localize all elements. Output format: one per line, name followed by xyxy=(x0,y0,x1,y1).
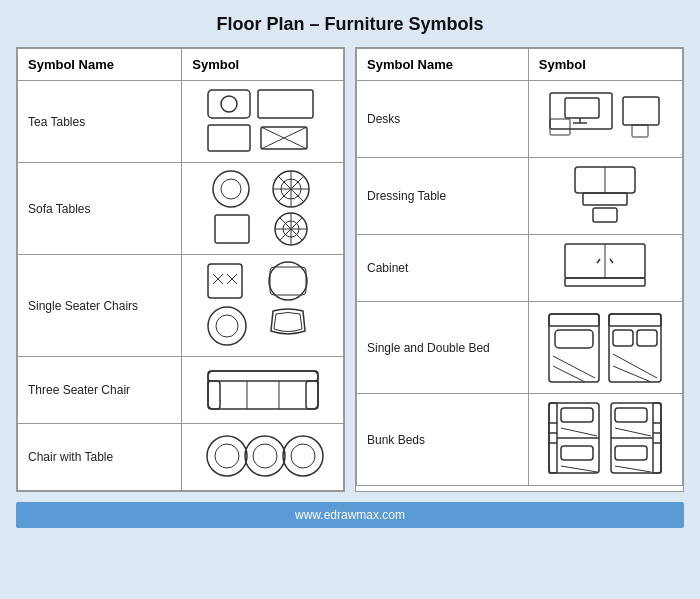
svg-point-7 xyxy=(213,171,249,207)
row-name: Bunk Beds xyxy=(357,394,529,486)
left-table: Symbol Name Symbol Tea Tables xyxy=(16,47,345,492)
svg-rect-87 xyxy=(615,446,647,460)
svg-point-30 xyxy=(216,315,238,337)
table-row: Single Seater Chairs xyxy=(18,255,344,357)
left-header-symbol: Symbol xyxy=(182,49,344,81)
row-name: Sofa Tables xyxy=(18,163,182,255)
symbol-cell xyxy=(528,394,682,486)
svg-rect-53 xyxy=(593,208,617,222)
symbol-cell xyxy=(182,255,344,357)
svg-rect-3 xyxy=(208,125,250,151)
symbol-cell xyxy=(528,81,682,158)
svg-rect-2 xyxy=(258,90,313,118)
table-row: Three Seater Chair xyxy=(18,357,344,424)
svg-line-79 xyxy=(561,466,597,472)
table-row: Dressing Table xyxy=(357,158,683,235)
row-name: Desks xyxy=(357,81,529,158)
symbol-cell xyxy=(182,357,344,424)
svg-point-1 xyxy=(221,96,237,112)
tables-container: Symbol Name Symbol Tea Tables xyxy=(16,47,684,492)
svg-rect-44 xyxy=(550,119,570,135)
page-title: Floor Plan – Furniture Symbols xyxy=(216,14,483,35)
svg-rect-49 xyxy=(632,125,648,137)
left-header-name: Symbol Name xyxy=(18,49,182,81)
svg-point-41 xyxy=(283,436,323,476)
table-row: Single and Double Bed xyxy=(357,302,683,394)
svg-rect-45 xyxy=(565,98,599,118)
row-name: Cabinet xyxy=(357,235,529,302)
svg-rect-77 xyxy=(561,446,593,460)
svg-rect-60 xyxy=(549,314,599,326)
svg-rect-48 xyxy=(623,97,659,125)
svg-rect-67 xyxy=(637,330,657,346)
svg-line-89 xyxy=(615,466,651,472)
svg-line-56 xyxy=(597,259,600,263)
svg-point-42 xyxy=(291,444,315,468)
svg-rect-28 xyxy=(270,267,306,295)
table-row: Tea Tables xyxy=(18,81,344,163)
table-row: Bunk Beds xyxy=(357,394,683,486)
right-header-symbol: Symbol xyxy=(528,49,682,81)
svg-rect-61 xyxy=(555,330,593,348)
svg-rect-86 xyxy=(615,408,647,422)
row-name: Single and Double Bed xyxy=(357,302,529,394)
svg-rect-64 xyxy=(609,314,661,382)
svg-line-63 xyxy=(553,366,585,382)
svg-point-37 xyxy=(207,436,247,476)
svg-rect-52 xyxy=(583,193,627,205)
svg-rect-22 xyxy=(208,264,242,298)
svg-rect-31 xyxy=(208,371,318,409)
symbol-cell xyxy=(528,158,682,235)
svg-rect-58 xyxy=(565,278,645,286)
row-name: Dressing Table xyxy=(357,158,529,235)
svg-rect-81 xyxy=(653,403,661,473)
svg-line-69 xyxy=(613,366,651,382)
svg-line-68 xyxy=(613,354,657,378)
svg-rect-66 xyxy=(613,330,633,346)
svg-rect-71 xyxy=(549,403,557,473)
table-row: Cabinet xyxy=(357,235,683,302)
svg-point-27 xyxy=(269,262,307,300)
svg-rect-32 xyxy=(208,371,318,381)
row-name: Chair with Table xyxy=(18,424,182,491)
svg-point-8 xyxy=(221,179,241,199)
footer: www.edrawmax.com xyxy=(16,502,684,528)
table-row: Desks xyxy=(357,81,683,158)
svg-rect-34 xyxy=(306,381,318,409)
svg-point-38 xyxy=(215,444,239,468)
row-name: Single Seater Chairs xyxy=(18,255,182,357)
table-row: Chair with Table xyxy=(18,424,344,491)
row-name: Tea Tables xyxy=(18,81,182,163)
svg-rect-76 xyxy=(561,408,593,422)
svg-line-62 xyxy=(553,356,595,378)
svg-rect-33 xyxy=(208,381,220,409)
symbol-cell xyxy=(182,81,344,163)
row-name: Three Seater Chair xyxy=(18,357,182,424)
page-wrapper: Floor Plan – Furniture Symbols Symbol Na… xyxy=(0,0,700,599)
symbol-cell xyxy=(528,235,682,302)
svg-line-57 xyxy=(610,259,613,263)
svg-point-39 xyxy=(245,436,285,476)
svg-rect-0 xyxy=(208,90,250,118)
right-table: Symbol Name Symbol Desks xyxy=(355,47,684,492)
svg-line-78 xyxy=(561,428,597,436)
svg-line-88 xyxy=(615,428,651,436)
symbol-cell xyxy=(182,163,344,255)
svg-point-40 xyxy=(253,444,277,468)
svg-rect-65 xyxy=(609,314,661,326)
svg-rect-15 xyxy=(215,215,249,243)
svg-point-29 xyxy=(208,307,246,345)
right-header-name: Symbol Name xyxy=(357,49,529,81)
footer-text: www.edrawmax.com xyxy=(295,508,405,522)
symbol-cell xyxy=(528,302,682,394)
table-row: Sofa Tables xyxy=(18,163,344,255)
symbol-cell xyxy=(182,424,344,491)
